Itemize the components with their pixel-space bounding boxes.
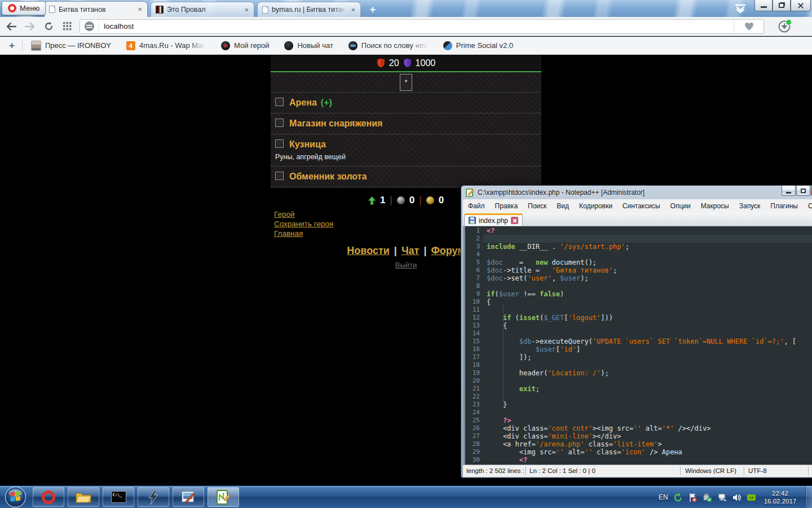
opera-menu-button[interactable]: Меню bbox=[2, 1, 46, 15]
npp-maximize-button[interactable] bbox=[796, 186, 810, 196]
code-line-24[interactable]: 24 bbox=[465, 409, 812, 417]
code-line-22[interactable]: 22 bbox=[465, 393, 812, 401]
code-line-29[interactable]: 29 <img src='' alt='' class='icon' /> Ар… bbox=[465, 448, 812, 456]
volume-tray-icon[interactable] bbox=[732, 493, 742, 502]
tab-bitva-titanov[interactable]: Битва титанов × bbox=[44, 1, 148, 17]
editor-tab-close-icon[interactable] bbox=[511, 217, 518, 224]
back-icon[interactable] bbox=[4, 19, 19, 34]
bookmark-item-moy-geroy[interactable]: Мой герой bbox=[221, 41, 270, 50]
code-editor[interactable]: 1<?23include __DIR__ . '/sys/start.php';… bbox=[463, 226, 812, 465]
link-hero[interactable]: Герой bbox=[274, 209, 294, 219]
code-line-21[interactable]: 21 exit; bbox=[465, 385, 812, 393]
taskbar-explorer-button[interactable] bbox=[68, 487, 99, 507]
tab-bymas[interactable]: bymas.ru | Битва титанов × bbox=[257, 2, 361, 17]
code-line-16[interactable]: 16 $user['id'] bbox=[465, 345, 812, 353]
add-bookmark-icon[interactable]: + bbox=[9, 40, 15, 51]
window-minimize-button[interactable] bbox=[754, 0, 773, 11]
code-line-17[interactable]: 17 ]); bbox=[465, 353, 812, 361]
tab-close-icon[interactable]: × bbox=[350, 6, 356, 14]
bookmark-item-4mas[interactable]: 4 4mas.Ru - Wap Масте bbox=[126, 41, 206, 50]
link-save-hero[interactable]: Сохранить героя bbox=[274, 219, 333, 229]
npp-menu-item-4[interactable]: Вид bbox=[551, 200, 574, 212]
npp-menu-item-6[interactable]: Синтаксисы bbox=[617, 200, 665, 212]
code-line-25[interactable]: 25 ?> bbox=[465, 417, 812, 424]
update-tray-icon[interactable] bbox=[673, 493, 683, 502]
npp-menu-item-2[interactable]: Правка bbox=[490, 200, 523, 212]
site-badge-icon[interactable] bbox=[85, 21, 94, 31]
code-line-30[interactable]: 30 <? bbox=[465, 456, 812, 464]
code-line-3[interactable]: 3include __DIR__ . '/sys/start.php'; bbox=[465, 243, 812, 251]
link-news[interactable]: Новости bbox=[347, 245, 389, 256]
taskbar-clock[interactable]: 22:42 16.02.2017 bbox=[764, 489, 797, 505]
notepadpp-titlebar[interactable]: C:\xampp\htdocs\index.php - Notepad++ [A… bbox=[461, 186, 812, 199]
taskbar-opera-button[interactable] bbox=[33, 487, 64, 507]
taskbar-cmd-button[interactable]: C:\_ bbox=[103, 487, 134, 507]
taskbar-notepadpp-button[interactable] bbox=[208, 487, 239, 507]
code-line-15[interactable]: 15 $db->executeQuery('UPDATE `users` SET… bbox=[465, 338, 812, 345]
address-bar[interactable]: localhost bbox=[80, 19, 764, 34]
code-line-13[interactable]: 13 { bbox=[465, 322, 812, 330]
network-tray-icon[interactable] bbox=[717, 493, 727, 502]
address-text[interactable]: localhost bbox=[104, 22, 734, 30]
nvidia-tray-icon[interactable] bbox=[747, 493, 756, 502]
tab-close-icon[interactable]: × bbox=[244, 6, 249, 14]
window-close-button[interactable] bbox=[791, 0, 811, 11]
npp-menu-item-10[interactable]: Плагины bbox=[765, 200, 803, 212]
code-line-18[interactable]: 18 bbox=[465, 361, 812, 369]
code-line-11[interactable]: 11 bbox=[465, 306, 812, 314]
taskbar-image-editor-button[interactable] bbox=[173, 487, 204, 507]
tab-eto-proval[interactable]: Это Провал × bbox=[151, 2, 254, 17]
new-tab-button[interactable]: + bbox=[364, 4, 381, 16]
tab-close-icon[interactable]: × bbox=[137, 5, 143, 14]
menu-item-shop[interactable]: Магазин снаряжения bbox=[271, 113, 541, 134]
window-restore-button[interactable] bbox=[773, 0, 791, 11]
code-line-26[interactable]: 26 <div class='cont cntr'><img src='' al… bbox=[465, 424, 812, 432]
menu-item-gold-exchange[interactable]: Обменник золота bbox=[271, 166, 541, 187]
code-line-5[interactable]: 5$doc = new document(); bbox=[465, 259, 812, 266]
code-line-12[interactable]: 12 if (isset($_GET['logout'])) bbox=[465, 314, 812, 322]
bookmark-item-prime-social[interactable]: Prime Social v2.0 bbox=[443, 41, 513, 50]
menu-item-forge[interactable]: Кузница Руны, апгрейд вещей bbox=[271, 134, 541, 166]
bookmark-item-poisk[interactable]: Поиск по слову «miy bbox=[348, 41, 428, 50]
forward-icon[interactable] bbox=[23, 19, 37, 34]
link-chat[interactable]: Чат bbox=[401, 245, 419, 256]
code-line-27[interactable]: 27 <div class='mini-line'></div> bbox=[465, 432, 812, 440]
code-line-6[interactable]: 6$doc->title = 'Битва титанов'; bbox=[465, 266, 812, 274]
menu-item-arena[interactable]: Арена(+) bbox=[271, 93, 541, 113]
bookmark-item-noviy-chat[interactable]: Новый чат bbox=[284, 41, 333, 50]
link-main[interactable]: Главная bbox=[274, 229, 303, 238]
link-forum[interactable]: Форум bbox=[431, 245, 465, 256]
bookmark-item-press-ironboy[interactable]: Пресс — IRONBOY bbox=[31, 41, 111, 51]
code-line-14[interactable]: 14 bbox=[465, 330, 812, 338]
code-line-7[interactable]: 7$doc->set('user', $user); bbox=[465, 274, 812, 282]
speed-dial-grid-icon[interactable] bbox=[60, 19, 74, 34]
npp-menu-item-7[interactable]: Опции bbox=[665, 200, 696, 212]
code-line-1[interactable]: 1<? bbox=[465, 227, 812, 235]
usb-device-icon[interactable] bbox=[703, 493, 712, 502]
link-logout[interactable]: Выйти bbox=[395, 261, 417, 269]
bookmark-heart-icon[interactable] bbox=[734, 20, 764, 33]
npp-menu-item-8[interactable]: Макросы bbox=[696, 200, 734, 212]
code-line-20[interactable]: 20 bbox=[465, 377, 812, 385]
npp-menu-item-3[interactable]: Поиск bbox=[523, 200, 551, 212]
editor-tab-indexphp[interactable]: index.php bbox=[464, 213, 523, 226]
download-icon[interactable] bbox=[776, 19, 792, 34]
code-line-8[interactable]: 8 bbox=[465, 282, 812, 290]
reload-icon[interactable] bbox=[41, 19, 56, 34]
npp-minimize-button[interactable] bbox=[782, 186, 796, 196]
show-desktop-button[interactable] bbox=[805, 486, 812, 508]
code-line-2[interactable]: 2 bbox=[465, 235, 812, 243]
code-line-4[interactable]: 4 bbox=[465, 251, 812, 259]
npp-menu-item-1[interactable]: Файл bbox=[463, 200, 490, 212]
npp-menu-item-9[interactable]: Запуск bbox=[734, 200, 766, 212]
tab-menu-icon[interactable] bbox=[731, 3, 749, 14]
language-indicator[interactable]: EN bbox=[659, 493, 668, 501]
code-line-28[interactable]: 28 <a href='/arena.php' class='list-item… bbox=[465, 440, 812, 448]
code-line-19[interactable]: 19 header('Location: /'); bbox=[465, 369, 812, 377]
taskbar-lightning-app-button[interactable] bbox=[138, 487, 169, 507]
code-line-10[interactable]: 10{ bbox=[465, 298, 812, 306]
npp-menu-item-5[interactable]: Кодировки bbox=[574, 200, 617, 212]
npp-menu-item-11[interactable]: Окна bbox=[803, 200, 812, 212]
code-line-9[interactable]: 9if($user !== false) bbox=[465, 290, 812, 298]
code-line-23[interactable]: 23 } bbox=[465, 401, 812, 409]
